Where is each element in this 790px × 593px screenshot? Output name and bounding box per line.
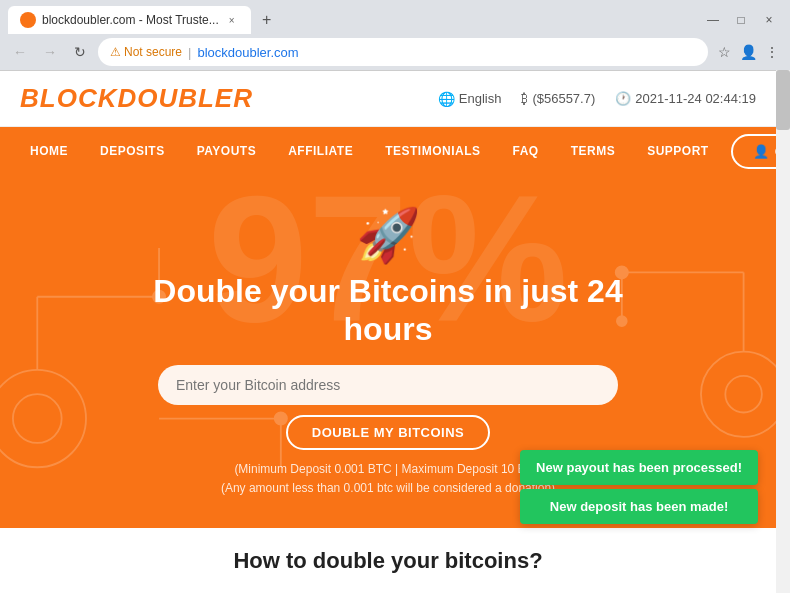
nav-payouts[interactable]: PAYOUTS [183,127,271,175]
tab-favicon [20,12,36,28]
how-to-title: How to double your bitcoins? [233,548,542,574]
toast-deposit[interactable]: New deposit has been made! [520,489,758,524]
svg-point-4 [701,352,776,437]
minimize-button[interactable]: — [700,7,726,33]
toast-payout[interactable]: New payout has been processed! [520,450,758,485]
profile-button[interactable]: 👤 [738,42,758,62]
btc-icon: ₿ [521,91,528,106]
datetime-display: 🕐 2021-11-24 02:44:19 [615,91,756,106]
bitcoin-input-wrapper [158,365,618,405]
menu-button[interactable]: ⋮ [762,42,782,62]
nav-testimonials[interactable]: TESTIMONIALS [371,127,494,175]
back-button[interactable]: ← [8,40,32,64]
warning-icon: ⚠ [110,45,121,59]
nav-affiliate[interactable]: AFFILIATE [274,127,367,175]
browser-tab[interactable]: blockdoubler.com - Most Truste... × [8,6,251,34]
url-display: blockdoubler.com [197,45,298,60]
tab-close-button[interactable]: × [225,13,239,27]
btc-price: ₿ ($56557.7) [521,91,595,106]
bitcoin-address-input[interactable] [158,365,618,405]
svg-point-1 [13,394,62,443]
user-icon: 👤 [753,144,769,159]
nav-support[interactable]: SUPPORT [633,127,723,175]
bookmark-button[interactable]: ☆ [714,42,734,62]
scrollbar-thumb[interactable] [776,70,790,130]
nav-terms[interactable]: TERMS [557,127,630,175]
close-button[interactable]: × [756,7,782,33]
rocket-icon: 🚀 [356,205,421,266]
not-secure-label: ⚠ Not secure [110,45,182,59]
hero-title: Double your Bitcoins in just 24 hours [138,272,638,349]
toast-container: New payout has been processed! New depos… [520,450,758,524]
clock-icon: 🕐 [615,91,631,106]
header-right: 🌐 English ₿ ($56557.7) 🕐 2021-11-24 02:4… [438,91,756,107]
bottom-section: How to double your bitcoins? [0,528,776,593]
fine-print-1: (Minimum Deposit 0.001 BTC | Maximum Dep… [221,460,555,479]
globe-icon: 🌐 [438,91,455,107]
tab-title: blockdoubler.com - Most Truste... [42,13,219,27]
website-content: BLOCKDOUBLER 🌐 English ₿ ($56557.7) 🕐 20… [0,71,776,593]
language-selector[interactable]: 🌐 English [438,91,502,107]
new-tab-button[interactable]: + [255,8,279,32]
fine-print-2: (Any amount less than 0.001 btc will be … [221,479,555,498]
nav-bar: HOME DEPOSITS PAYOUTS AFFILIATE TESTIMON… [0,127,776,175]
forward-button[interactable]: → [38,40,62,64]
nav-faq[interactable]: FAQ [498,127,552,175]
site-logo[interactable]: BLOCKDOUBLER [20,83,253,114]
scrollbar[interactable] [776,70,790,593]
get-started-button[interactable]: 👤 GET STARTED [731,134,776,169]
fine-print: (Minimum Deposit 0.001 BTC | Maximum Dep… [221,460,555,498]
address-bar-field[interactable]: ⚠ Not secure | blockdoubler.com [98,38,708,66]
datetime-value: 2021-11-24 02:44:19 [635,91,756,106]
language-label: English [459,91,502,106]
get-started-label: GET STARTED [775,144,776,159]
site-header: BLOCKDOUBLER 🌐 English ₿ ($56557.7) 🕐 20… [0,71,776,127]
refresh-button[interactable]: ↻ [68,40,92,64]
double-bitcoins-label: DOUBLE MY BITCOINS [312,425,465,440]
btc-price-value: ($56557.7) [532,91,595,106]
maximize-button[interactable]: □ [728,7,754,33]
nav-home[interactable]: HOME [16,127,82,175]
double-bitcoins-button[interactable]: DOUBLE MY BITCOINS [286,415,491,450]
svg-point-5 [725,376,762,413]
nav-deposits[interactable]: DEPOSITS [86,127,179,175]
